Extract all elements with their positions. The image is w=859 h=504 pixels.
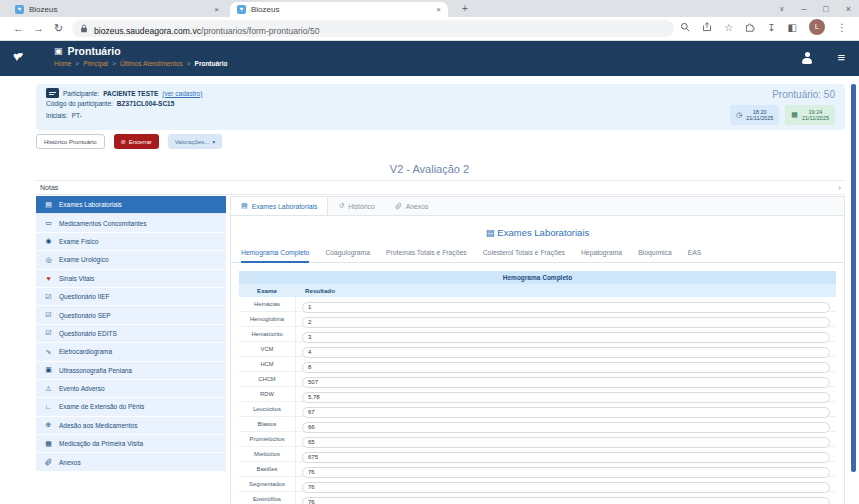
sidebar-item-exames-laboratoriais[interactable]: ▤ Exames Laboratoriais — [36, 196, 226, 214]
user-icon[interactable] — [801, 52, 813, 64]
biozeus-logo: ♥♥ — [13, 47, 26, 65]
lab-list-icon: ▤ — [241, 202, 248, 210]
checklist-icon: ☑ — [44, 329, 53, 337]
sidebar-item-eletrocardiograma[interactable]: ∿ Eletrocardiograma — [36, 343, 226, 361]
back-icon[interactable]: ← — [13, 22, 24, 34]
chevron-down-icon: ▾ — [212, 138, 215, 145]
new-tab-button[interactable]: + — [458, 2, 472, 16]
tab-close-icon[interactable]: × — [436, 5, 441, 14]
tab-close-icon[interactable]: × — [214, 5, 219, 14]
page-scrollbar[interactable] — [851, 84, 856, 472]
browser-tab-2[interactable]: ♥ Biozeus × — [230, 2, 448, 17]
exam-icon: ◉ — [44, 237, 53, 245]
sidebar-item-evento-adverso[interactable]: ⚠ Evento Adverso — [36, 380, 226, 398]
page-title: ▣ Prontuário — [54, 45, 121, 57]
paperclip-icon — [44, 458, 53, 467]
subtab-proteinas-totais[interactable]: Proteínas Totais e Frações — [386, 249, 467, 262]
col-resultado: Resultado — [295, 287, 335, 294]
tab-title: Biozeus — [29, 5, 209, 14]
calendar-icon: ▦ — [791, 111, 798, 119]
lab-list-icon: ▤ — [44, 201, 53, 209]
share-icon[interactable] — [702, 22, 712, 32]
valoracoes-button[interactable]: Valorações... ▾ — [168, 134, 223, 149]
sidebar-item-ultrassonografia-peniana[interactable]: ▣ Ultrassonografia Peniana — [36, 362, 226, 380]
window-chevron-icon[interactable]: ∨ — [779, 5, 784, 13]
tab-historico[interactable]: ↺ Histórico — [328, 197, 384, 215]
forward-icon[interactable]: → — [33, 22, 44, 34]
participant-label: Participante: — [63, 90, 99, 97]
encerrar-button[interactable]: ⊘ Encerrar — [114, 134, 159, 149]
capsule-icon: ▭ — [44, 219, 53, 227]
window-minimize-icon[interactable]: – — [801, 4, 806, 14]
window-restore-icon[interactable]: □ — [823, 4, 828, 14]
urology-icon: ◎ — [44, 256, 53, 264]
breadcrumb-ultimos-atendimentos[interactable]: Últimos Atendimentos — [120, 60, 183, 67]
browser-tab-strip: ♥ Biozeus × ♥ Biozeus × + ∨ – □ × — [0, 0, 859, 17]
kebab-menu-icon[interactable]: ⋮ — [837, 22, 847, 33]
ultrasound-icon: ▣ — [44, 366, 53, 374]
subtab-bioquimica[interactable]: Bioquímica — [638, 249, 672, 262]
window-close-icon[interactable]: × — [846, 4, 851, 14]
sidebar-item-exame-fisico[interactable]: ◉ Exame Físico — [36, 233, 226, 251]
breadcrumb-home[interactable]: Home — [54, 60, 71, 67]
ecg-wave-icon: ∿ — [44, 348, 53, 356]
sidebar-item-medicamentos-concomitantes[interactable]: ▭ Medicamentos Concomitantes — [36, 214, 226, 232]
tab-title: Biozeus — [251, 5, 431, 14]
historico-prontuario-button[interactable]: Histórico Prontuário — [36, 134, 105, 149]
padlock-icon — [80, 24, 88, 33]
sidebar-item-exame-extensao-penis[interactable]: ∟ Exame de Extensão do Pênis — [36, 398, 226, 416]
download-icon[interactable]: ↧ — [767, 22, 775, 33]
sidebar-item-questionario-edits[interactable]: ☑ Questionário EDITS — [36, 325, 226, 343]
url-bar[interactable]: biozeus.saudeagora.com.vc/prontuarios/fo… — [72, 20, 674, 37]
participant-code-label: Código do participante: — [46, 100, 113, 107]
panel-tabs: ▤ Exames Laboratoriais ↺ Histórico Anexo… — [231, 197, 844, 216]
form-sidebar: ▤ Exames Laboratoriais ▭ Medicamentos Co… — [36, 196, 226, 472]
tab-anexos[interactable]: Anexos — [385, 197, 439, 215]
sidebar-item-questionario-sep[interactable]: ☑ Questionário SEP — [36, 306, 226, 324]
view-register-link[interactable]: (ver cadastro) — [162, 90, 202, 97]
chevron-right-icon: › — [838, 183, 841, 193]
breadcrumb-prontuario: Prontuário — [195, 60, 228, 67]
tab-exames-laboratoriais[interactable]: ▤ Exames Laboratoriais — [231, 197, 328, 215]
heart-icon: ♥ — [44, 275, 53, 282]
subtab-hemograma-completo[interactable]: Hemograma Completo — [241, 249, 309, 263]
table-band-title: Hemograma Completo — [239, 271, 836, 284]
browser-window: ♥ Biozeus × ♥ Biozeus × + ∨ – □ × ← → ↻ … — [0, 0, 859, 504]
col-exame: Exame — [239, 287, 295, 294]
sidebar-item-adesao-medicamentos[interactable]: ⊕ Adesão aos Medicamentos — [36, 417, 226, 435]
side-panel-icon[interactable]: ◧ — [788, 22, 797, 33]
profile-avatar[interactable]: L — [809, 19, 825, 35]
sidebar-item-sinais-vitais[interactable]: ♥ Sinais Vitais — [36, 270, 226, 288]
sidebar-item-medicacao-primeira-visita[interactable]: ▦ Medicação da Primeira Visita — [36, 435, 226, 453]
subtab-coagulograma[interactable]: Coagulograma — [325, 249, 370, 262]
participant-code: BZ371CL004-SC15 — [117, 100, 174, 107]
checklist-icon: ☑ — [44, 293, 53, 301]
history-icon: ↺ — [338, 202, 344, 210]
record-icon: ▣ — [54, 46, 63, 56]
sidebar-item-questionario-iief[interactable]: ☑ Questionário IIEF — [36, 288, 226, 306]
end-time-badge: ▦ 19:2421/11/2025 — [785, 105, 835, 125]
url-host: biozeus.saudeagora.com.vc — [94, 26, 201, 36]
reload-icon[interactable]: ↻ — [54, 22, 63, 35]
breadcrumb-principal[interactable]: Principal — [83, 60, 108, 67]
initials-label: Iniciais: — [46, 112, 68, 119]
subtab-colesterol[interactable]: Colesterol Totais e Frações — [483, 249, 565, 262]
favicon: ♥ — [237, 5, 246, 14]
results-table: Hemácias Hemoglobina Hematócrito VCM HCM… — [239, 297, 836, 504]
menu-hamburger-icon[interactable]: ≡ — [837, 50, 845, 65]
zoom-icon[interactable] — [680, 22, 690, 32]
browser-tab-1[interactable]: ♥ Biozeus × — [8, 2, 226, 17]
subtab-hepatograma[interactable]: Hepatograma — [581, 249, 622, 262]
extensions-puzzle-icon[interactable] — [745, 22, 755, 32]
notes-collapsible[interactable]: Notas › — [36, 180, 845, 195]
section-heading[interactable]: ▤ Exames Laboratoriais — [231, 227, 844, 238]
lab-list-icon: ▤ — [486, 227, 495, 238]
table-row: Eosinófilos — [239, 492, 836, 504]
subtab-eas[interactable]: EAS — [688, 249, 702, 262]
bookmark-star-icon[interactable]: ☆ — [724, 22, 733, 33]
sidebar-item-anexos[interactable]: Anexos — [36, 453, 226, 471]
resultado-input[interactable] — [302, 497, 830, 504]
initials-value: PT- — [72, 112, 82, 119]
url-path: /prontuarios/form-prontuario/50 — [201, 26, 319, 36]
sidebar-item-exame-urologico[interactable]: ◎ Exame Urológico — [36, 251, 226, 269]
